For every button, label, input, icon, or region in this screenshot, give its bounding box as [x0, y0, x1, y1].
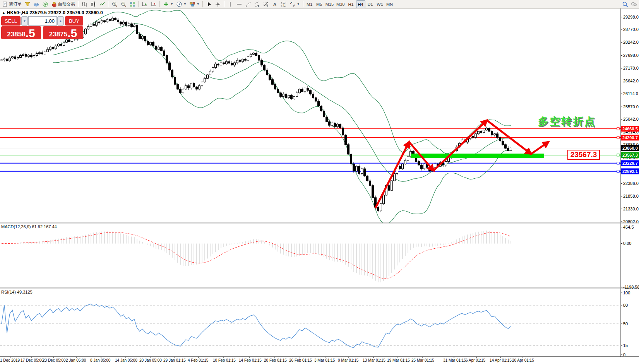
timeframe-h1-button[interactable]: H1: [346, 0, 356, 8]
toolbar-separator: [108, 1, 109, 7]
arrows-button[interactable]: ▼: [288, 0, 301, 8]
timeframe-w1-button[interactable]: W1: [375, 0, 385, 8]
sell-price[interactable]: 23858.5: [1, 26, 41, 39]
svg-text:T: T: [283, 2, 285, 6]
zoom-out-button[interactable]: [119, 0, 128, 8]
volume-increase-button[interactable]: ▲: [57, 16, 64, 26]
cloud: [33, 1, 39, 7]
time-axis[interactable]: 1 Dec 201917 Dec 05:0023 Dec 05:002 Jan …: [0, 358, 639, 364]
level-handle[interactable]: [617, 137, 619, 139]
vertical-line-button[interactable]: [226, 0, 235, 8]
dropdown-caret-icon: ▼: [197, 2, 200, 6]
level-handle[interactable]: [617, 162, 619, 164]
price-tick: 26114.0: [623, 91, 638, 96]
tile-windows-button[interactable]: [128, 0, 137, 8]
macd-indicator-label: MACD(12,26,9) 61.92 167.44: [1, 224, 57, 229]
level-handle[interactable]: [617, 128, 619, 130]
price-tick: 21858.0: [623, 194, 639, 198]
horizontal-line-button[interactable]: [235, 0, 243, 8]
time-tick-label: 2 Jan 05:00: [66, 358, 86, 362]
trend: [245, 1, 251, 7]
autotrading-button[interactable]: 自动交易: [50, 0, 76, 8]
price-tag-annotation[interactable]: 23567.3: [567, 150, 600, 160]
price-tick: 25570.0: [623, 104, 639, 109]
timeframe-m1-button[interactable]: M1: [305, 0, 314, 8]
periods-button[interactable]: ▼: [175, 0, 188, 8]
fibonacci-button[interactable]: F: [262, 0, 270, 8]
zoom-in-button[interactable]: [110, 0, 119, 8]
indicators: [163, 1, 169, 7]
svg-text:22892.1: 22892.1: [622, 169, 638, 174]
auto-scroll-button[interactable]: [140, 0, 149, 8]
level-handle[interactable]: [617, 170, 619, 173]
rsi-indicator-label: RSI(14) 49.3125: [1, 290, 33, 294]
macd-panel: [2, 231, 511, 282]
toolbar-separator: [224, 1, 224, 7]
indicators-list-button[interactable]: ▼: [162, 0, 175, 8]
bar-chart-button[interactable]: [80, 0, 89, 8]
timeframe-h4-button[interactable]: H4: [356, 0, 365, 8]
symbol-marker-icon: ▲: [2, 11, 5, 15]
signals-button[interactable]: [41, 0, 50, 8]
time-tick-label: 25 Mar 01:15: [411, 358, 434, 362]
crosshair-button[interactable]: [214, 0, 222, 8]
svg-text:F: F: [267, 5, 268, 7]
timeframe-mn-button[interactable]: MN: [385, 0, 394, 8]
search-icon-button[interactable]: [621, 0, 629, 8]
svg-text:23229.7: 23229.7: [622, 161, 638, 166]
textT: T: [281, 1, 287, 7]
sonar: [42, 1, 48, 7]
timeframe-d1-button[interactable]: D1: [366, 0, 375, 8]
volume-decrease-button[interactable]: ▼: [21, 16, 28, 26]
timeframe-m30-button[interactable]: M30: [335, 0, 346, 8]
text-button[interactable]: A: [271, 0, 279, 8]
level-handle[interactable]: [617, 154, 619, 156]
dropdown-caret-icon: ▼: [170, 2, 173, 6]
vline: [227, 1, 233, 7]
profiles-button[interactable]: [23, 0, 32, 8]
robot: [51, 1, 57, 7]
sell-button[interactable]: SELL: [1, 16, 21, 26]
cursor-button[interactable]: [205, 0, 213, 8]
trendline-button[interactable]: [244, 0, 252, 8]
timeframe-m15-button[interactable]: M15: [324, 0, 335, 8]
main-chart-panel: [0, 10, 621, 223]
line-chart-button[interactable]: [98, 0, 106, 8]
tile: [129, 1, 135, 7]
volume-input[interactable]: [28, 16, 57, 26]
svg-text:24660.5: 24660.5: [622, 126, 638, 131]
time-tick-label: 26 Feb 01:15: [289, 358, 312, 362]
buy-price[interactable]: 23875.5: [43, 26, 83, 39]
market-watch-button[interactable]: [32, 0, 41, 8]
macd-tick: 454.5: [623, 225, 634, 229]
price-tick: 22386.0: [623, 181, 639, 186]
rsi-tick: 80: [623, 303, 628, 308]
chart-shift-button[interactable]: [149, 0, 158, 8]
time-tick-label: 20 Feb 01:15: [264, 358, 287, 362]
funnel: [24, 1, 31, 7]
chat-icon-button[interactable]: [630, 0, 638, 8]
price-tick: 20802.0: [623, 219, 639, 224]
templates-button[interactable]: ▼: [188, 0, 201, 8]
turning-point-annotation[interactable]: 多空转折点: [538, 114, 596, 128]
macd-tick: -1198.58: [623, 285, 639, 289]
text-label-button[interactable]: T: [279, 0, 288, 8]
toolbar-separator: [78, 1, 79, 7]
textA: A: [272, 1, 278, 7]
chart-canvas[interactable]: 29298.028770.028242.027698.027170.026642…: [0, 0, 639, 364]
timeframe-m5-button[interactable]: M5: [315, 0, 324, 8]
time-tick-label: 19 Mar 01:15: [387, 358, 410, 362]
time-tick-label: 4 Feb 01:15: [188, 358, 208, 362]
candlestick-chart-button[interactable]: [89, 0, 98, 8]
svg-text:E: E: [258, 5, 259, 7]
equidistant-channel-button[interactable]: E: [253, 0, 261, 8]
candles-layer: [1, 17, 512, 212]
buy-button[interactable]: BUY: [65, 16, 83, 26]
time-tick-label: 9 Mar 01:15: [338, 358, 358, 362]
chat: [631, 1, 637, 7]
new-order-button[interactable]: 新订单: [1, 0, 23, 8]
doc: [2, 1, 8, 7]
svg-text:A: A: [273, 2, 276, 7]
price-tick: 21330.0: [623, 207, 639, 211]
time-tick-label: 14 Feb 01:15: [239, 358, 262, 362]
